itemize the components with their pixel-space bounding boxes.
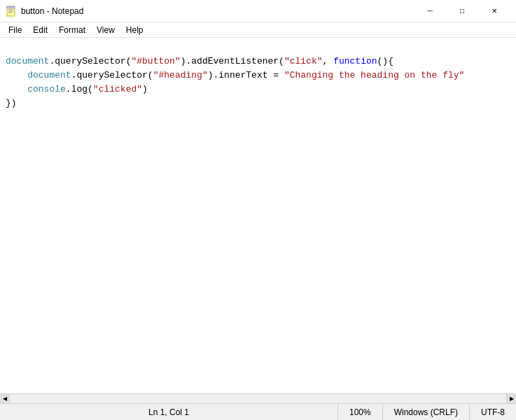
status-bar: Ln 1, Col 1 100% Windows (CRLF) UTF-8 <box>0 403 516 420</box>
scroll-left-button[interactable]: ◀ <box>0 394 10 404</box>
editor-area[interactable]: document.querySelector("#button").addEve… <box>0 38 516 393</box>
svg-rect-1 <box>7 6 15 8</box>
cursor-position: Ln 1, Col 1 <box>0 404 337 421</box>
zoom-level: 100% <box>337 404 382 421</box>
horizontal-scrollbar[interactable]: ◀ ▶ <box>0 393 516 403</box>
close-button[interactable]: ✕ <box>478 0 510 22</box>
code-line-3: console.log("clicked") <box>0 83 516 97</box>
menu-item-view[interactable]: View <box>91 22 120 38</box>
menu-item-format[interactable]: Format <box>53 22 91 38</box>
code-line-2: document.querySelector("#heading").inner… <box>0 69 516 83</box>
menu-item-edit[interactable]: Edit <box>27 22 53 38</box>
title-bar: button - Notepad ─ □ ✕ <box>0 0 516 22</box>
scroll-right-button[interactable]: ▶ <box>506 394 516 404</box>
maximize-button[interactable]: □ <box>446 0 478 22</box>
line-ending: Windows (CRLF) <box>382 404 469 421</box>
encoding: UTF-8 <box>469 404 516 421</box>
menu-bar: File Edit Format View Help <box>0 22 516 38</box>
menu-item-help[interactable]: Help <box>120 22 149 38</box>
minimize-button[interactable]: ─ <box>414 0 446 22</box>
code-line-1: document.querySelector("#button").addEve… <box>0 55 516 69</box>
code-line-4: }) <box>0 97 516 111</box>
scroll-track <box>10 394 506 404</box>
title-bar-left: button - Notepad <box>6 6 83 17</box>
title-bar-controls: ─ □ ✕ <box>414 0 510 22</box>
menu-item-file[interactable]: File <box>3 22 27 38</box>
notepad-icon <box>6 6 17 17</box>
window-title: button - Notepad <box>21 6 83 16</box>
